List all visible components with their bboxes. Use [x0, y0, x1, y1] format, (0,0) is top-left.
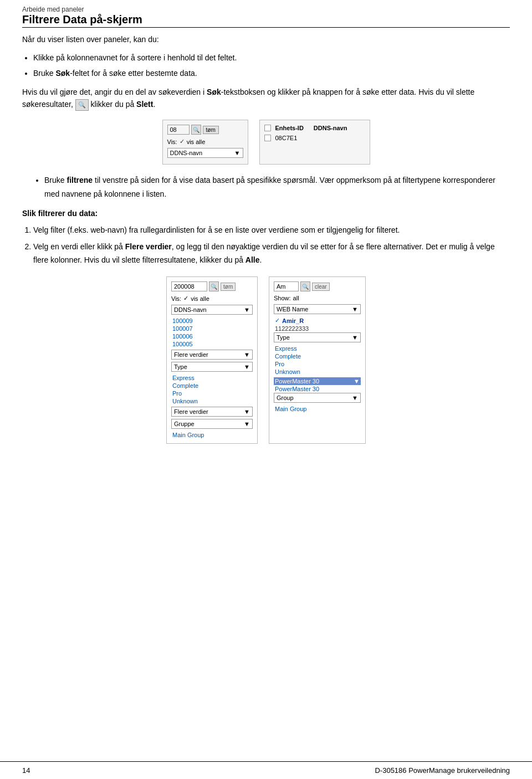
slik-section: Slik filtrerer du data: Velg filter (f.e… [22, 207, 510, 267]
s2-right-webname-dropdown[interactable]: WEB Name ▼ [274, 304, 361, 314]
s2-right-main-group: Main Group [274, 405, 361, 413]
page-number: 14 [22, 766, 30, 775]
ss1-vis-row: Vis: ✓ vis alle [167, 138, 243, 145]
s2-left-item-100009: 100009 [171, 317, 253, 325]
s2-left-ddns-dropdown[interactable]: DDNS-navn ▼ [171, 305, 253, 315]
s2-right-powermaster-selected[interactable]: PowerMaster 30 ▼ [274, 377, 361, 385]
s2-left-main-group: Main Group [171, 431, 253, 439]
s2-right-search-input[interactable]: Am [274, 281, 299, 291]
slik-steps: Velg filter (f.eks. web-navn) fra rulleg… [33, 224, 510, 266]
s2-right-complete: Complete [274, 352, 361, 360]
filter-bullet-block: Bruke filtrene til venstre på siden for … [33, 173, 510, 201]
ss1-checkbox2[interactable] [264, 135, 271, 141]
intro-paragraph2: Hvis du vil gjøre det, angir du en del a… [22, 86, 510, 111]
s2-left-express: Express [171, 374, 253, 382]
ss1-search-button[interactable]: 🔍 [191, 125, 201, 135]
s2-left-item-100006: 100006 [171, 332, 253, 340]
screenshot2-right-panel: Am 🔍 clear Show: all WEB Name ▼ ✓ Amir_R… [269, 276, 366, 444]
s2-right-unknown: Unknown [274, 368, 361, 376]
intro-paragraph1: Når du viser listen over paneler, kan du… [22, 33, 510, 45]
s2-left-gruppe-dropdown[interactable]: Gruppe ▼ [171, 419, 253, 429]
s2-right-type-dropdown[interactable]: Type ▼ [274, 332, 361, 342]
doc-title: D-305186 PowerManage brukerveiledning [375, 766, 510, 775]
s2-right-powermaster30: PowerMaster 30 [274, 385, 361, 393]
screenshot1-left-panel: 08 🔍 tøm Vis: ✓ vis alle DDNS-navn ▼ [162, 120, 248, 165]
bullet-search: Bruke Søk-feltet for å søke etter bestem… [33, 66, 510, 80]
s2-left-item-100007: 100007 [171, 325, 253, 332]
page-header: Arbeide med paneler Filtrere Data på-skj… [22, 6, 510, 28]
s2-left-pro: Pro [171, 390, 253, 397]
ss1-cols-row: Enhets-ID DDNS-navn [264, 125, 365, 131]
s2-left-search-input[interactable]: 200008 [171, 281, 207, 291]
step2: Velg en verdi eller klikk på Flere verdi… [33, 240, 510, 267]
ss1-clear-button[interactable]: tøm [203, 126, 219, 134]
s2-right-phone-item: 1122222333 [274, 325, 361, 332]
screenshot1-container: 08 🔍 tøm Vis: ✓ vis alle DDNS-navn ▼ Enh… [22, 120, 510, 165]
s2-right-search-row: Am 🔍 clear [274, 281, 361, 291]
ss1-search-row: 08 🔍 tøm [167, 125, 243, 135]
ss1-checkbox1[interactable] [264, 125, 271, 131]
s2-left-more2-dropdown[interactable]: Flere verdier ▼ [171, 407, 253, 417]
search-icon-inline: 🔍 [75, 99, 89, 111]
filter-bullet-list: Bruke filtrene til venstre på siden for … [44, 173, 510, 201]
s2-left-unknown: Unknown [171, 397, 253, 405]
s2-left-complete: Complete [171, 382, 253, 390]
s2-right-amir-item[interactable]: ✓ Amir_R [274, 316, 361, 325]
s2-left-item-100005: 100005 [171, 340, 253, 348]
s2-left-search-btn[interactable]: 🔍 [209, 281, 219, 291]
intro-bullets: Klikke på kolonnenavnet for å sortere i … [33, 51, 510, 80]
s2-right-clear-btn[interactable]: clear [312, 283, 330, 291]
s2-right-vis-row: Show: all [274, 295, 361, 301]
ss1-search-input[interactable]: 08 [167, 125, 190, 135]
filter-bullet-item: Bruke filtrene til venstre på siden for … [44, 173, 510, 201]
screenshot1-right-panel: Enhets-ID DDNS-navn 08C7E1 [259, 120, 370, 165]
slik-title: Slik filtrerer du data: [22, 207, 510, 219]
page-footer: 14 D-305186 PowerManage brukerveiledning [0, 761, 532, 779]
s2-right-search-btn[interactable]: 🔍 [300, 281, 310, 291]
bullet-sort: Klikke på kolonnenavnet for å sortere i … [33, 51, 510, 65]
intro-text1: Når du viser listen over paneler, kan du… [22, 35, 159, 44]
page-title: Filtrere Data på-skjerm [22, 13, 510, 26]
s2-right-group-dropdown[interactable]: Group ▼ [274, 393, 361, 403]
screenshot2-container: 200008 🔍 tøm Vis: ✓ vis alle DDNS-navn ▼… [22, 276, 510, 444]
s2-left-clear-btn[interactable]: tøm [221, 283, 236, 291]
s2-right-express: Express [274, 345, 361, 352]
s2-left-search-row: 200008 🔍 tøm [171, 281, 253, 291]
s2-left-vis-row: Vis: ✓ vis alle [171, 295, 253, 302]
screenshot2-left-panel: 200008 🔍 tøm Vis: ✓ vis alle DDNS-navn ▼… [166, 276, 258, 444]
s2-left-type-dropdown[interactable]: Type ▼ [171, 362, 253, 372]
step1: Velg filter (f.eks. web-navn) fra rulleg… [33, 224, 510, 237]
ss1-ddns-dropdown[interactable]: DDNS-navn ▼ [167, 148, 243, 158]
ss1-data-row: 08C7E1 [264, 135, 365, 141]
s2-right-pro: Pro [274, 360, 361, 368]
breadcrumb: Arbeide med paneler [22, 6, 510, 13]
s2-left-more-dropdown[interactable]: Flere verdier ▼ [171, 350, 253, 360]
